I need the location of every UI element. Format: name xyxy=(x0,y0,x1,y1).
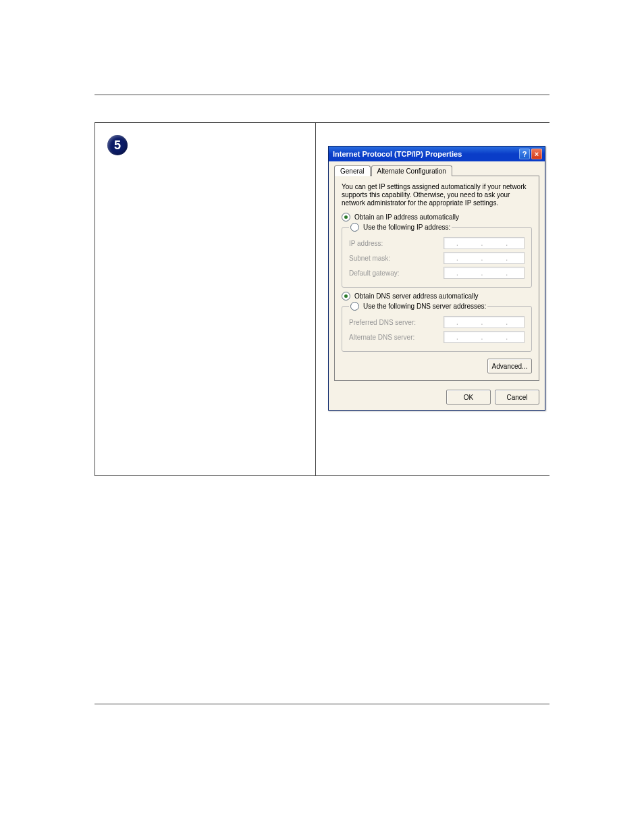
radio-use-following-dns[interactable] xyxy=(350,302,359,311)
footer-rule xyxy=(95,704,549,704)
radio-label: Obtain DNS server address automatically xyxy=(354,292,478,300)
radio-obtain-dns-auto[interactable]: Obtain DNS server address automatically xyxy=(342,292,532,301)
radio-use-following-ip[interactable] xyxy=(350,223,359,232)
radio-label: Use the following IP address: xyxy=(363,224,450,231)
label-alternate-dns: Alternate DNS server: xyxy=(349,334,414,341)
step-left-cell: 5 xyxy=(95,123,316,475)
header-rule xyxy=(95,95,549,95)
dialog-titlebar: Internet Protocol (TCP/IP) Properties ? … xyxy=(329,147,545,161)
radio-icon xyxy=(342,213,350,221)
step-number-badge: 5 xyxy=(107,135,128,155)
radio-label: Obtain an IP address automatically xyxy=(354,213,459,221)
description-text: You can get IP settings assigned automat… xyxy=(342,183,532,207)
ip-manual-fieldset: Use the following IP address: IP address… xyxy=(342,223,532,288)
advanced-button[interactable]: Advanced... xyxy=(487,359,532,373)
ip-address-input[interactable] xyxy=(444,237,525,249)
default-gateway-input[interactable] xyxy=(444,267,525,279)
radio-icon xyxy=(342,292,350,301)
help-icon[interactable]: ? xyxy=(519,149,530,159)
dialog-button-row: OK Cancel xyxy=(329,386,545,406)
label-ip-address: IP address: xyxy=(349,240,383,247)
step-row: 5 Internet Protocol (TCP/IP) Properties … xyxy=(95,122,549,476)
tab-general[interactable]: General xyxy=(334,165,371,176)
tab-alternate-configuration[interactable]: Alternate Configuration xyxy=(371,165,452,176)
dialog-title: Internet Protocol (TCP/IP) Properties xyxy=(333,150,518,158)
tcpip-properties-dialog: Internet Protocol (TCP/IP) Properties ? … xyxy=(328,146,545,411)
dialog-body: General Alternate Configuration You can … xyxy=(329,161,545,410)
preferred-dns-input[interactable] xyxy=(444,316,525,328)
close-icon[interactable]: × xyxy=(531,149,542,159)
alternate-dns-input[interactable] xyxy=(444,331,525,343)
cancel-button[interactable]: Cancel xyxy=(495,390,539,405)
dns-manual-fieldset: Use the following DNS server addresses: … xyxy=(342,302,532,352)
tabs: General Alternate Configuration xyxy=(334,165,539,176)
tab-panel-general: You can get IP settings assigned automat… xyxy=(334,176,539,381)
ok-button[interactable]: OK xyxy=(446,390,491,405)
label-subnet-mask: Subnet mask: xyxy=(349,255,390,262)
step-right-cell: Internet Protocol (TCP/IP) Properties ? … xyxy=(323,123,551,475)
radio-label: Use the following DNS server addresses: xyxy=(363,303,486,310)
label-default-gateway: Default gateway: xyxy=(349,269,400,277)
subnet-mask-input[interactable] xyxy=(444,252,525,264)
radio-obtain-ip-auto[interactable]: Obtain an IP address automatically xyxy=(342,213,532,221)
label-preferred-dns: Preferred DNS server: xyxy=(349,319,416,326)
